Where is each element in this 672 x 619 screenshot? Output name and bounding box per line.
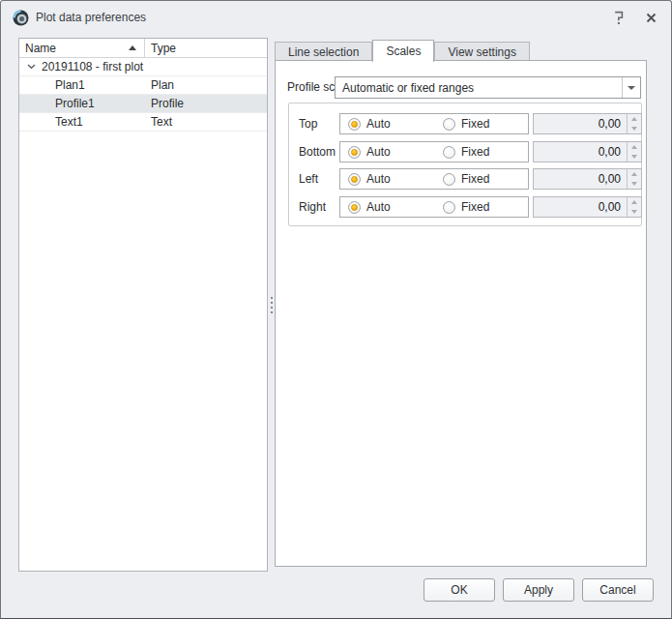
triangle-down-icon [631, 155, 637, 159]
tree-cell-name: Text1 [19, 113, 145, 131]
value-spinbox[interactable]: 0,00 [533, 113, 642, 134]
fixed-radio-option[interactable]: Fixed [443, 169, 489, 189]
radio-unselected-icon [443, 146, 455, 159]
spin-up-button[interactable] [628, 169, 641, 179]
spinner-buttons [627, 142, 641, 162]
triangle-up-icon [631, 117, 637, 121]
radio-selected-icon [348, 146, 361, 159]
tree-row-text1[interactable]: Text1 Text [19, 113, 267, 132]
fixed-radio-option[interactable]: Fixed [443, 197, 489, 217]
auto-radio-option[interactable]: Auto [348, 169, 391, 189]
column-header-type[interactable]: Type [145, 39, 267, 57]
plot-data-preferences-dialog: Plot data preferences Name Type [0, 0, 672, 619]
title-bar: Plot data preferences [1, 1, 671, 34]
tree-root-row[interactable]: 20191108 - first plot [19, 58, 267, 76]
tree-header: Name Type [19, 39, 267, 58]
combobox-selected-value: Automatic or fixed ranges [336, 81, 622, 95]
auto-radio-option[interactable]: Auto [348, 197, 391, 217]
auto-radio-option[interactable]: Auto [348, 142, 391, 162]
fixed-radio-label: Fixed [461, 172, 489, 186]
question-mark-icon [613, 11, 625, 25]
radio-group: Auto Fixed [339, 168, 529, 190]
tree-cell-name: Profile1 [19, 95, 145, 112]
sort-ascending-icon [129, 45, 136, 50]
fixed-radio-option[interactable]: Fixed [443, 142, 489, 162]
tree-root-name-cell: 20191108 - first plot [19, 58, 267, 75]
tree-row-profile1[interactable]: Profile1 Profile [19, 95, 267, 113]
tree-root-label: 20191108 - first plot [42, 60, 143, 74]
spin-up-button[interactable] [628, 114, 641, 124]
spin-up-button[interactable] [628, 197, 641, 207]
triangle-up-icon [631, 172, 637, 176]
spin-down-button[interactable] [628, 152, 641, 162]
radio-unselected-icon [443, 201, 455, 214]
radio-selected-icon [348, 173, 361, 186]
tab-bar: Line selection Scales View settings [275, 39, 530, 61]
spinbox-value: 0,00 [534, 142, 627, 162]
column-header-type-label: Type [151, 42, 176, 55]
value-spinbox[interactable]: 0,00 [533, 141, 642, 162]
column-header-name[interactable]: Name [19, 39, 145, 57]
ok-button[interactable]: OK [424, 578, 495, 602]
tree-cell-type: Plan [145, 78, 267, 92]
fixed-radio-label: Fixed [461, 117, 489, 131]
combobox-dropdown-button[interactable] [622, 77, 640, 98]
value-spinbox[interactable]: 0,00 [533, 196, 642, 218]
scale-row-label: Left [299, 168, 318, 190]
triangle-down-icon [631, 182, 637, 186]
auto-radio-option[interactable]: Auto [348, 114, 391, 133]
spin-down-button[interactable] [628, 207, 641, 217]
tab-view-settings[interactable]: View settings [434, 42, 529, 61]
fixed-radio-label: Fixed [461, 200, 489, 214]
scale-row-top: Top Auto Fixed 0,00 [289, 113, 641, 134]
tab-scales[interactable]: Scales [372, 40, 434, 62]
radio-group: Auto Fixed [339, 113, 529, 134]
tree-row-plan1[interactable]: Plan1 Plan [19, 76, 267, 95]
scale-row-left: Left Auto Fixed 0,00 [289, 168, 641, 190]
scale-row-bottom: Bottom Auto Fixed 0,00 [289, 141, 641, 162]
tree-cell-type: Text [145, 115, 267, 129]
spinbox-value: 0,00 [534, 169, 627, 189]
scale-row-label: Bottom [299, 141, 336, 162]
tree-cell-type: Profile [145, 97, 267, 110]
tab-line-selection[interactable]: Line selection [275, 42, 372, 61]
auto-radio-label: Auto [366, 200, 391, 214]
spinbox-value: 0,00 [534, 114, 627, 133]
triangle-up-icon [631, 145, 637, 149]
radio-group: Auto Fixed [339, 196, 529, 218]
spinner-buttons [627, 169, 641, 189]
auto-radio-label: Auto [366, 145, 391, 159]
expand-collapse-button[interactable] [23, 64, 39, 70]
close-button[interactable] [640, 8, 661, 27]
spinbox-value: 0,00 [534, 197, 627, 217]
value-spinbox[interactable]: 0,00 [533, 168, 642, 190]
radio-unselected-icon [443, 118, 455, 131]
apply-button[interactable]: Apply [503, 578, 574, 602]
profile-scales-combobox[interactable]: Automatic or fixed ranges [335, 76, 641, 99]
radio-selected-icon [348, 201, 361, 214]
app-logo-icon [13, 10, 29, 26]
ranges-groupbox: Top Auto Fixed 0,00 [288, 103, 642, 226]
close-icon [646, 13, 657, 23]
radio-selected-icon [348, 118, 361, 131]
spin-down-button[interactable] [628, 124, 641, 133]
auto-radio-label: Auto [366, 117, 391, 131]
context-help-button[interactable] [608, 8, 629, 27]
fixed-radio-option[interactable]: Fixed [443, 114, 489, 133]
scale-row-label: Right [299, 196, 326, 218]
spinner-buttons [627, 197, 641, 217]
spin-down-button[interactable] [628, 179, 641, 189]
spin-up-button[interactable] [628, 142, 641, 152]
radio-group: Auto Fixed [339, 141, 529, 162]
plot-items-tree: Name Type 20191108 - first plot Plan1 Pl… [18, 38, 268, 572]
window-title: Plot data preferences [36, 11, 146, 24]
auto-radio-label: Auto [366, 172, 391, 186]
chevron-down-icon [27, 64, 36, 70]
spinner-buttons [627, 114, 641, 133]
radio-unselected-icon [443, 173, 455, 186]
cancel-button[interactable]: Cancel [582, 578, 654, 602]
triangle-down-icon [631, 210, 637, 214]
chevron-down-icon [628, 86, 635, 90]
column-header-name-label: Name [25, 42, 56, 55]
scale-row-label: Top [299, 113, 317, 134]
